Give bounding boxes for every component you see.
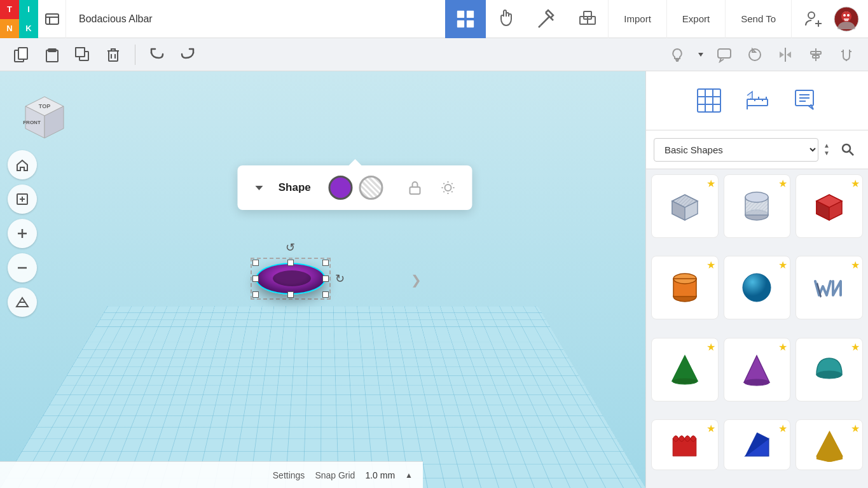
main-area: TOP FRONT xyxy=(0,71,868,488)
handle-bottom-left[interactable] xyxy=(252,291,259,298)
align-button[interactable] xyxy=(802,41,830,69)
group-button[interactable] xyxy=(741,41,769,69)
add-user-button[interactable] xyxy=(799,5,827,33)
lightbulb-button[interactable] xyxy=(663,41,691,69)
shape-sphere-3d xyxy=(734,265,779,310)
shape-card-roof[interactable]: ★ xyxy=(796,338,863,401)
hand-tool-button[interactable] xyxy=(486,0,527,38)
fit-view-button[interactable] xyxy=(8,185,37,214)
svg-rect-27 xyxy=(76,48,85,57)
selector-down[interactable]: ▼ xyxy=(823,150,830,157)
selected-shape[interactable]: ↺ ↻ xyxy=(256,263,326,295)
rotate-handle-right[interactable]: ↻ xyxy=(335,272,345,286)
user-avatar-button[interactable] xyxy=(832,5,860,33)
hole-color-button[interactable] xyxy=(359,176,383,200)
snap-up-button[interactable]: ▲ xyxy=(405,471,413,480)
home-view-button[interactable] xyxy=(8,150,37,179)
import-button[interactable]: Import xyxy=(609,0,667,38)
svg-marker-57 xyxy=(256,186,263,190)
light-dropdown-button[interactable] xyxy=(694,41,708,69)
zoom-out-button[interactable] xyxy=(8,253,37,282)
notes-panel-button[interactable] xyxy=(787,81,825,120)
topbar-actions: Import Export Send To xyxy=(608,0,792,38)
shape-card-sphere[interactable]: ★ xyxy=(724,256,791,319)
shape-card-star[interactable]: ★ xyxy=(651,419,719,470)
svg-marker-39 xyxy=(787,52,791,58)
shape-cylinder-3d xyxy=(734,184,779,228)
svg-rect-3 xyxy=(457,10,464,17)
shape-card-cylinder-orange[interactable]: ★ xyxy=(651,256,719,319)
zoom-in-button[interactable] xyxy=(8,219,37,248)
handle-bottom-middle[interactable] xyxy=(287,291,294,298)
shape-panel-arrow xyxy=(348,159,361,165)
shape-text-3d xyxy=(807,265,851,310)
grid-panel-button[interactable] xyxy=(690,81,728,120)
svg-rect-73 xyxy=(747,99,768,106)
blocks-button[interactable] xyxy=(567,0,608,38)
shape-card-cone[interactable]: ★ xyxy=(724,338,791,401)
handle-middle-right[interactable] xyxy=(322,275,329,282)
selector-arrows: ▲ ▼ xyxy=(823,143,830,157)
export-button[interactable]: Export xyxy=(667,0,726,38)
shape-card-cylinder[interactable]: ★ xyxy=(724,174,791,238)
logo-k: K xyxy=(19,19,38,38)
star-badge: ★ xyxy=(706,422,715,435)
shape-card-text-3d[interactable]: ★ xyxy=(796,256,863,319)
shape-card-box[interactable]: ★ xyxy=(651,174,719,238)
inspector-button[interactable] xyxy=(527,0,567,38)
speech-bubble-button[interactable] xyxy=(710,41,738,69)
color-options xyxy=(329,176,383,200)
topbar: T I N K Bodacious Albar xyxy=(0,0,868,38)
handle-top-middle[interactable] xyxy=(287,260,294,266)
delete-button[interactable] xyxy=(99,41,127,69)
torus-shape[interactable] xyxy=(256,263,326,295)
selector-up[interactable]: ▲ xyxy=(823,143,830,149)
handle-top-left[interactable] xyxy=(252,260,259,266)
svg-point-84 xyxy=(843,144,850,152)
perspective-button[interactable] xyxy=(8,288,37,317)
scroll-indicator[interactable]: ❯ xyxy=(411,272,422,288)
svg-line-8 xyxy=(541,17,549,25)
search-shapes-button[interactable] xyxy=(835,137,860,162)
send-to-button[interactable]: Send To xyxy=(726,0,792,38)
light-panel-button[interactable] xyxy=(437,176,460,199)
shape-card-pyramid-alt[interactable]: ★ xyxy=(796,419,863,470)
grid-view-button[interactable] xyxy=(445,0,486,38)
handle-bottom-right[interactable] xyxy=(322,291,329,298)
settings-button[interactable]: Settings xyxy=(273,470,305,480)
shape-category-select[interactable]: Basic Shapes xyxy=(654,138,818,162)
paste-button[interactable] xyxy=(38,41,66,69)
handle-top-right[interactable] xyxy=(322,260,329,266)
svg-point-94 xyxy=(745,192,768,202)
shape-panel-dropdown[interactable] xyxy=(251,179,268,197)
solid-color-button[interactable] xyxy=(329,176,353,200)
svg-line-67 xyxy=(444,192,444,192)
shape-card-box-red[interactable]: ★ xyxy=(796,174,863,238)
star-badge: ★ xyxy=(706,178,715,190)
lock-button[interactable] xyxy=(404,176,427,199)
shape-card-pyramid[interactable]: ★ xyxy=(651,338,719,401)
menu-icon[interactable] xyxy=(38,0,66,38)
shape-box-red-3d xyxy=(807,184,851,228)
redo-button[interactable] xyxy=(174,41,202,69)
duplicate-button[interactable] xyxy=(69,41,97,69)
star-badge: ★ xyxy=(706,341,715,353)
svg-line-85 xyxy=(850,151,853,155)
viewport[interactable]: TOP FRONT xyxy=(0,71,645,488)
shape-container[interactable]: ↺ ↻ xyxy=(256,263,326,297)
handle-middle-left[interactable] xyxy=(252,275,259,282)
rotate-handle-top[interactable]: ↺ xyxy=(286,241,295,254)
shape-panel: Shape xyxy=(238,165,472,210)
logo: T I N K xyxy=(0,0,38,38)
svg-point-107 xyxy=(744,379,769,386)
svg-rect-0 xyxy=(46,14,59,24)
svg-line-65 xyxy=(451,192,452,192)
snap-button[interactable] xyxy=(832,41,860,69)
snap-grid-label: Snap Grid xyxy=(315,470,355,480)
mirror-button[interactable] xyxy=(771,41,799,69)
shape-card-wedge[interactable]: ★ xyxy=(724,419,791,470)
logo-t: T xyxy=(0,0,19,19)
copy-page-button[interactable] xyxy=(8,41,36,69)
ruler-panel-button[interactable] xyxy=(738,81,776,120)
undo-button[interactable] xyxy=(143,41,171,69)
